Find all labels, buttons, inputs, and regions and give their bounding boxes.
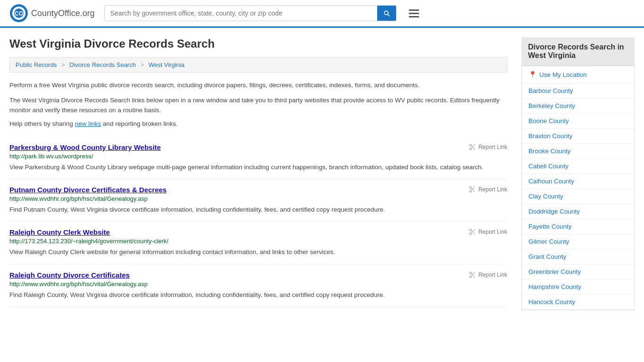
breadcrumb-public-records[interactable]: Public Records bbox=[16, 61, 57, 68]
result-url-3[interactable]: http://www.wvdhhr.org/bph/hsc/vital/Gene… bbox=[9, 280, 507, 288]
sidebar-county-12[interactable]: Greenbrier County bbox=[522, 264, 634, 280]
result-item: Raleigh County Divorce Certificates Repo… bbox=[9, 264, 507, 307]
report-link-1[interactable]: Report Link bbox=[469, 186, 507, 193]
scissors-icon bbox=[469, 186, 476, 193]
svg-point-15 bbox=[470, 233, 471, 235]
svg-line-13 bbox=[471, 188, 472, 189]
sidebar-county-10[interactable]: Gilmer County bbox=[522, 234, 634, 249]
report-link-3[interactable]: Report Link bbox=[469, 271, 507, 279]
result-description-0: View Parkersburg & Wood County Library w… bbox=[9, 163, 507, 172]
sidebar-county-1[interactable]: Berkeley County bbox=[522, 99, 634, 114]
menu-bar-2 bbox=[409, 13, 419, 14]
main-container: West Virginia Divorce Records Search Pub… bbox=[0, 28, 644, 320]
intro-paragraph-3: Help others by sharing new links and rep… bbox=[9, 120, 507, 127]
content: West Virginia Divorce Records Search Pub… bbox=[9, 37, 507, 310]
sidebar-title: Divorce Records Search in West Virginia bbox=[521, 37, 635, 66]
svg-line-8 bbox=[471, 146, 472, 147]
intro3-prefix: Help others by sharing bbox=[9, 120, 75, 127]
location-pin-icon: 📍 bbox=[528, 71, 537, 78]
sidebar-county-2[interactable]: Boone County bbox=[522, 114, 634, 129]
intro-paragraph-1: Perform a free West Virginia public divo… bbox=[9, 80, 507, 90]
result-description-1: Find Putnam County, West Virginia divorc… bbox=[9, 205, 507, 214]
header: CO CountyOffice.org bbox=[0, 0, 644, 28]
search-icon bbox=[383, 9, 390, 17]
logo[interactable]: CO CountyOffice.org bbox=[9, 4, 95, 23]
breadcrumb-divorce-records[interactable]: Divorce Records Search bbox=[69, 61, 136, 68]
svg-point-10 bbox=[470, 190, 471, 192]
sidebar-county-14[interactable]: Hancock County bbox=[522, 295, 634, 310]
svg-line-7 bbox=[473, 148, 475, 149]
svg-line-12 bbox=[473, 190, 475, 192]
scissors-icon bbox=[469, 228, 476, 236]
new-links-link[interactable]: new links bbox=[75, 120, 101, 127]
breadcrumb-sep-2: > bbox=[140, 61, 144, 68]
svg-line-22 bbox=[473, 275, 475, 277]
result-description-3: Find Raleigh County, West Virginia divor… bbox=[9, 290, 507, 300]
result-item: Raleigh County Clerk Website Report Link… bbox=[9, 222, 507, 264]
sidebar-county-4[interactable]: Brooke County bbox=[522, 144, 634, 159]
report-link-0[interactable]: Report Link bbox=[469, 143, 507, 151]
result-title-1[interactable]: Putnam County Divorce Certificates & Dec… bbox=[9, 186, 166, 194]
svg-line-17 bbox=[473, 233, 475, 235]
menu-bar-1 bbox=[409, 9, 419, 11]
svg-line-23 bbox=[471, 273, 472, 275]
result-header: Parkersburg & Wood County Library Websit… bbox=[9, 143, 507, 151]
svg-point-20 bbox=[470, 276, 471, 278]
result-item: Parkersburg & Wood County Library Websit… bbox=[9, 137, 507, 179]
county-list: Barbour CountyBerkeley CountyBoone Count… bbox=[522, 83, 634, 310]
logo-text: CountyOffice.org bbox=[31, 8, 95, 18]
breadcrumb-west-virginia[interactable]: West Virginia bbox=[149, 61, 184, 68]
sidebar-content: 📍 Use My Location Barbour CountyBerkeley… bbox=[521, 66, 635, 310]
result-title-3[interactable]: Raleigh County Divorce Certificates bbox=[9, 271, 130, 279]
result-title-0[interactable]: Parkersburg & Wood County Library Websit… bbox=[9, 143, 161, 151]
breadcrumb-sep-1: > bbox=[61, 61, 65, 68]
result-url-1[interactable]: http://www.wvdhhr.org/bph/hsc/vital/Gene… bbox=[9, 195, 507, 202]
intro3-suffix: and reporting broken links. bbox=[101, 120, 178, 127]
use-location-label: Use My Location bbox=[539, 71, 587, 78]
svg-point-5 bbox=[470, 148, 471, 150]
logo-county: CountyOffice bbox=[31, 8, 80, 18]
sidebar-county-3[interactable]: Braxton County bbox=[522, 129, 634, 144]
intro-paragraph-2: The West Virginia Divorce Records Search… bbox=[9, 95, 507, 115]
report-link-2[interactable]: Report Link bbox=[469, 228, 507, 236]
result-header: Raleigh County Clerk Website Report Link bbox=[9, 228, 507, 236]
sidebar-county-7[interactable]: Clay County bbox=[522, 189, 634, 204]
svg-line-18 bbox=[471, 231, 472, 232]
sidebar-county-8[interactable]: Doddridge County bbox=[522, 204, 634, 219]
search-button[interactable] bbox=[377, 6, 396, 21]
sidebar-county-9[interactable]: Fayette County bbox=[522, 219, 634, 234]
page-title: West Virginia Divorce Records Search bbox=[9, 37, 507, 50]
use-location-button[interactable]: 📍 Use My Location bbox=[522, 66, 634, 83]
logo-icon: CO bbox=[9, 4, 28, 23]
result-header: Putnam County Divorce Certificates & Dec… bbox=[9, 186, 507, 194]
menu-bar-3 bbox=[409, 16, 419, 17]
result-header: Raleigh County Divorce Certificates Repo… bbox=[9, 271, 507, 279]
scissors-icon bbox=[469, 271, 476, 279]
result-item: Putnam County Divorce Certificates & Dec… bbox=[9, 179, 507, 222]
breadcrumb: Public Records > Divorce Records Search … bbox=[9, 57, 507, 73]
sidebar-county-13[interactable]: Hampshire County bbox=[522, 280, 634, 295]
result-url-2[interactable]: http://173.254.123.230/~raleigh4/governm… bbox=[9, 238, 507, 245]
svg-point-4 bbox=[470, 144, 471, 146]
svg-point-14 bbox=[470, 229, 471, 231]
logo-org: .org bbox=[80, 8, 95, 18]
sidebar-county-6[interactable]: Calhoun County bbox=[522, 174, 634, 189]
result-url-0[interactable]: http://park.lib.wv.us/wordpress/ bbox=[9, 153, 507, 160]
result-description-2: View Raleigh County Clerk website for ge… bbox=[9, 247, 507, 257]
menu-button[interactable] bbox=[406, 5, 422, 22]
svg-point-9 bbox=[470, 187, 471, 189]
sidebar: Divorce Records Search in West Virginia … bbox=[521, 37, 635, 310]
svg-text:CO: CO bbox=[15, 10, 23, 17]
svg-point-19 bbox=[470, 272, 471, 274]
sidebar-county-11[interactable]: Grant County bbox=[522, 249, 634, 264]
scissors-icon bbox=[469, 143, 476, 151]
sidebar-county-5[interactable]: Cabell County bbox=[522, 159, 634, 174]
search-input[interactable] bbox=[105, 6, 377, 21]
search-bar bbox=[104, 5, 396, 21]
sidebar-county-0[interactable]: Barbour County bbox=[522, 83, 634, 99]
results-list: Parkersburg & Wood County Library Websit… bbox=[9, 137, 507, 307]
result-title-2[interactable]: Raleigh County Clerk Website bbox=[9, 228, 110, 236]
